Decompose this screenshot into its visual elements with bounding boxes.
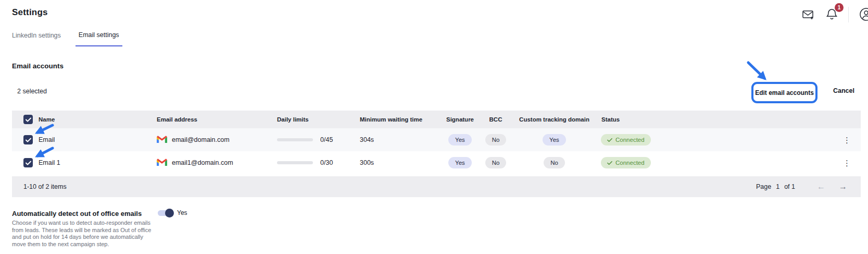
daily-limit-value: 0/45 [320,136,333,143]
gmail-icon [157,158,167,167]
signature-badge: Yes [448,134,472,146]
kebab-menu-icon[interactable]: ⋮ [840,134,854,146]
gmail-icon [157,135,167,144]
cancel-button[interactable]: Cancel [833,87,854,94]
account-name: Email [39,136,157,143]
account-email: email1@domain.com [157,158,277,167]
account-name: Email 1 [39,159,157,166]
toggle-knob [165,209,174,217]
status-badge: Connected [597,134,840,146]
email-address: email1@domain.com [172,159,233,166]
min-waiting-time: 300s [360,159,441,166]
col-header-status: Status [597,116,840,123]
col-header-email: Email address [157,116,277,123]
out-of-office-title: Automatically detect out of office email… [12,210,142,217]
col-header-name: Name [39,116,157,123]
col-header-min-waiting: Minimum waiting time [360,116,441,123]
row-menu-cell: ⋮ [840,134,861,146]
account-email: email@domain.com [157,135,277,144]
mail-add-icon[interactable] [801,8,815,21]
edit-email-accounts-button[interactable]: Edit email accounts [754,84,815,101]
col-header-daily-limits: Daily limits [277,116,360,123]
pagination-of-label: of 1 [784,183,795,190]
edit-button-highlight: Edit email accounts [751,82,817,103]
row-checkbox[interactable] [23,135,33,144]
row-menu-cell: ⋮ [840,157,861,169]
topbar-divider [848,7,849,22]
out-of-office-description: Choose if you want us to detect auto-res… [12,220,186,248]
daily-limit-cell: 0/30 [277,159,360,166]
tracking-domain-badge: No [544,157,565,168]
table-header-row: Name Email address Daily limits Minimum … [12,111,861,128]
toggle-value-label: Yes [177,209,187,216]
bcc-badge: No [485,134,507,146]
daily-limit-cell: 0/45 [277,136,360,143]
table-row: Emailemail@domain.com0/45304sYesNoYesCon… [12,128,861,151]
row-checkbox-cell [12,135,39,144]
table-row: Email 1email1@domain.com0/30300sYesNoNoC… [12,151,861,174]
email-address: email@domain.com [172,136,230,143]
email-accounts-table: Name Email address Daily limits Minimum … [12,111,861,197]
bell-icon[interactable]: 1 [825,7,839,22]
arrow-right-icon[interactable]: → [837,182,849,191]
select-all-checkbox[interactable] [23,115,33,124]
pagination-page-label: Page [756,183,771,190]
topbar-actions: 1 [801,6,868,22]
settings-tabs: LinkedIn settings Email settings [9,31,122,46]
row-checkbox-cell [12,158,39,167]
section-title: Email accounts [12,62,64,70]
pagination-bar: 1-10 of 2 items Page 1 of 1 ← → [12,176,861,197]
pagination-page-number: 1 [776,183,779,190]
tab-email-settings[interactable]: Email settings [76,31,122,46]
tracking-domain-badge: Yes [543,134,566,146]
status-badge: Connected [597,157,840,168]
pagination-range: 1-10 of 2 items [23,183,67,190]
row-checkbox[interactable] [23,158,33,167]
col-header-bcc: BCC [489,116,502,123]
arrow-left-icon[interactable]: ← [815,182,827,191]
tab-linkedin-settings[interactable]: LinkedIn settings [9,31,64,46]
bcc-badge: No [485,157,507,168]
col-header-tracking: Custom tracking domain [519,116,589,123]
arrow-to-edit-button [748,63,764,78]
selected-count: 2 selected [17,88,47,95]
daily-limit-progress-bar [277,138,313,141]
kebab-menu-icon[interactable]: ⋮ [840,157,854,169]
user-avatar-icon[interactable] [858,6,868,22]
min-waiting-time: 304s [360,136,441,143]
page-title: Settings [12,7,48,18]
out-of-office-toggle[interactable] [158,210,173,216]
signature-badge: Yes [448,157,472,168]
daily-limit-value: 0/30 [320,159,333,166]
notification-badge: 1 [835,3,844,12]
daily-limit-progress-bar [277,161,313,164]
col-header-signature: Signature [446,116,474,123]
